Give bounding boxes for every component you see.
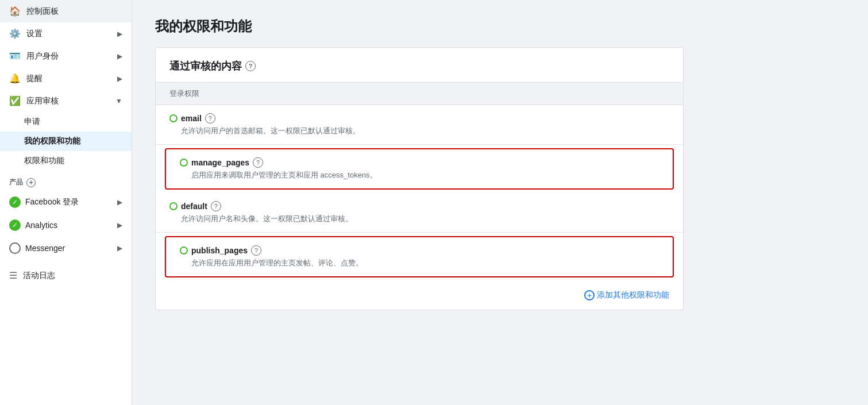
- sidebar-sub-permissions-features-label: 权限和功能: [24, 156, 64, 166]
- perm-manage-pages-help-icon[interactable]: ?: [253, 157, 263, 168]
- permission-row-default: default ? 允许访问用户名和头像。这一权限已默认通过审核。: [156, 193, 683, 233]
- perm-publish-pages-desc: 允许应用在应用用户管理的主页发帖、评论、点赞。: [180, 258, 659, 268]
- perm-manage-pages-name: manage_pages: [191, 158, 249, 167]
- sidebar-item-user-identity-label: 用户身份: [26, 51, 59, 61]
- sidebar-product-messenger-label: Messenger: [25, 244, 65, 253]
- sidebar-item-activity-log-label: 活动日志: [23, 271, 55, 281]
- page-title: 我的权限和功能: [155, 17, 845, 36]
- add-permissions-link[interactable]: + 添加其他权限和功能: [584, 290, 669, 300]
- sidebar-product-facebook-login-label: Facebook 登录: [25, 197, 79, 207]
- chevron-right-icon-2: ▶: [117, 52, 122, 60]
- sidebar-item-activity-log[interactable]: ☰ 活动日志: [0, 264, 132, 287]
- perm-default-name: default: [181, 202, 207, 211]
- card-header: 通过审核的内容 ?: [156, 48, 683, 83]
- products-section-label: 产品 +: [0, 171, 132, 191]
- perm-email-name: email: [181, 114, 202, 123]
- perm-default-help-icon[interactable]: ?: [211, 201, 221, 211]
- chevron-right-icon-analytics: ▶: [117, 221, 122, 229]
- perm-manage-pages-circle-icon: [180, 159, 188, 167]
- sidebar-item-dashboard-label: 控制面板: [26, 6, 59, 17]
- sidebar-item-user-identity[interactable]: 🪪 用户身份 ▶: [0, 45, 132, 67]
- sidebar-item-settings[interactable]: ⚙️ 设置 ▶: [0, 22, 132, 45]
- id-icon: 🪪: [9, 51, 21, 61]
- bell-icon: 🔔: [9, 73, 21, 84]
- sidebar-sub-my-permissions-label: 我的权限和功能: [24, 136, 80, 146]
- sidebar-product-facebook-login[interactable]: ✓ Facebook 登录 ▶: [0, 191, 132, 214]
- add-permissions-section: + 添加其他权限和功能: [156, 281, 683, 310]
- chevron-right-icon: ▶: [117, 30, 122, 38]
- gear-icon: ⚙️: [9, 28, 21, 39]
- card-title-help-icon[interactable]: ?: [245, 61, 256, 71]
- permission-row-publish-pages: publish_pages ? 允许应用在应用用户管理的主页发帖、评论、点赞。: [166, 237, 673, 276]
- sidebar-sub-my-permissions[interactable]: 我的权限和功能: [0, 132, 132, 151]
- section-label: 登录权限: [156, 83, 683, 105]
- perm-default-desc: 允许访问用户名和头像。这一权限已默认通过审核。: [169, 214, 669, 224]
- sidebar-item-dashboard[interactable]: 🏠 控制面板: [0, 0, 132, 22]
- products-label: 产品: [9, 178, 23, 187]
- sidebar-item-app-review-label: 应用审核: [26, 96, 59, 106]
- permission-highlighted-publish-pages: publish_pages ? 允许应用在应用用户管理的主页发帖、评论、点赞。: [165, 236, 674, 277]
- home-icon: 🏠: [9, 6, 21, 17]
- perm-manage-pages-header: manage_pages ?: [180, 157, 659, 168]
- content-card: 通过审核的内容 ? 登录权限 email ? 允许访问用户的首选邮箱。这一权限已…: [155, 47, 684, 310]
- permission-highlighted-manage-pages: manage_pages ? 启用应用来调取用户管理的主页和应用 access_…: [165, 148, 674, 190]
- perm-email-header: email ?: [169, 113, 669, 124]
- main-content: 我的权限和功能 通过审核的内容 ? 登录权限 email ? 允许访问用户的首选…: [132, 0, 868, 405]
- perm-publish-pages-header: publish_pages ?: [180, 245, 659, 256]
- add-circle-icon: +: [584, 290, 595, 300]
- list-icon: ☰: [9, 270, 17, 281]
- sidebar-sub-permissions-features[interactable]: 权限和功能: [0, 151, 132, 171]
- perm-default-header: default ?: [169, 201, 669, 211]
- messenger-circle-icon: [9, 242, 21, 254]
- perm-publish-pages-circle-icon: [180, 246, 188, 254]
- perm-email-desc: 允许访问用户的首选邮箱。这一权限已默认通过审核。: [169, 126, 669, 136]
- card-title-text: 通过审核的内容: [169, 59, 242, 73]
- sidebar: 🏠 控制面板 ⚙️ 设置 ▶ 🪪 用户身份 ▶ 🔔 提醒 ▶ ✅ 应用审核 ▼ …: [0, 0, 132, 405]
- chevron-down-icon: ▼: [115, 97, 122, 105]
- sidebar-sub-apply-label: 申请: [24, 117, 40, 127]
- sidebar-product-messenger[interactable]: Messenger ▶: [0, 237, 132, 260]
- sidebar-item-alerts-label: 提醒: [26, 74, 43, 84]
- chevron-right-icon-3: ▶: [117, 75, 122, 83]
- check-shield-icon: ✅: [9, 95, 21, 106]
- perm-email-help-icon[interactable]: ?: [205, 113, 215, 124]
- permission-row-manage-pages: manage_pages ? 启用应用来调取用户管理的主页和应用 access_…: [166, 149, 673, 188]
- card-title: 通过审核的内容 ?: [169, 59, 669, 73]
- perm-email-circle-icon: [169, 114, 178, 122]
- perm-default-circle-icon: [169, 202, 178, 210]
- perm-manage-pages-desc: 启用应用来调取用户管理的主页和应用 access_tokens。: [180, 170, 659, 180]
- chevron-right-icon-fb: ▶: [117, 198, 122, 206]
- sidebar-sub-apply[interactable]: 申请: [0, 112, 132, 132]
- chevron-right-icon-messenger: ▶: [117, 244, 122, 252]
- analytics-check-icon: ✓: [9, 219, 21, 231]
- sidebar-item-settings-label: 设置: [26, 29, 43, 39]
- sidebar-item-alerts[interactable]: 🔔 提醒 ▶: [0, 67, 132, 90]
- perm-publish-pages-name: publish_pages: [191, 246, 248, 255]
- facebook-login-check-icon: ✓: [9, 196, 21, 208]
- sidebar-product-analytics[interactable]: ✓ Analytics ▶: [0, 214, 132, 237]
- sidebar-item-app-review[interactable]: ✅ 应用审核 ▼: [0, 90, 132, 112]
- add-permissions-label: 添加其他权限和功能: [597, 290, 669, 300]
- add-product-icon[interactable]: +: [26, 178, 36, 187]
- sidebar-product-analytics-label: Analytics: [25, 221, 57, 230]
- perm-publish-pages-help-icon[interactable]: ?: [251, 245, 261, 256]
- permission-row-email: email ? 允许访问用户的首选邮箱。这一权限已默认通过审核。: [156, 105, 683, 145]
